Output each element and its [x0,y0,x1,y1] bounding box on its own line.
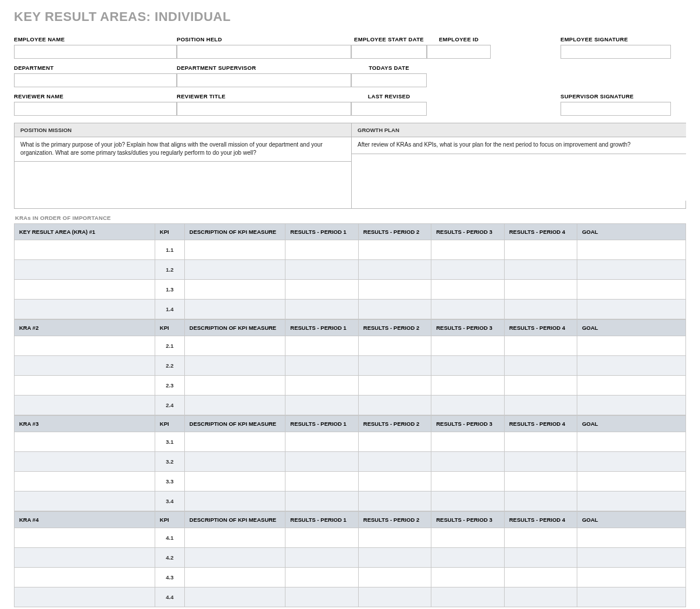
cell[interactable] [577,452,686,472]
cell[interactable] [504,452,577,472]
cell[interactable] [184,432,285,452]
cell[interactable] [15,432,155,452]
cell[interactable] [504,396,577,415]
cell[interactable] [577,568,686,587]
cell[interactable] [15,492,155,511]
cell[interactable] [15,240,155,260]
cell[interactable] [504,548,577,568]
input-position-held[interactable] [177,45,351,59]
cell[interactable] [358,492,431,511]
cell[interactable] [431,300,504,319]
input-employee-name[interactable] [14,45,177,59]
input-todays-date[interactable] [351,73,427,87]
cell[interactable] [431,568,504,587]
cell[interactable] [431,587,504,607]
cell[interactable] [504,376,577,396]
cell[interactable] [577,280,686,300]
cell[interactable] [15,356,155,376]
cell[interactable] [577,396,686,415]
cell[interactable] [577,472,686,492]
cell[interactable] [431,548,504,568]
cell[interactable] [15,452,155,472]
cell[interactable] [15,528,155,548]
cell[interactable] [285,396,358,415]
input-department[interactable] [14,73,177,87]
cell[interactable] [358,452,431,472]
cell[interactable] [184,452,285,472]
cell[interactable] [15,300,155,319]
cell[interactable] [285,548,358,568]
cell[interactable] [504,587,577,607]
cell[interactable] [285,452,358,472]
cell[interactable] [577,260,686,280]
cell[interactable] [184,396,285,415]
cell[interactable] [15,336,155,356]
cell[interactable] [577,548,686,568]
cell[interactable] [15,548,155,568]
cell[interactable] [358,587,431,607]
cell[interactable] [358,260,431,280]
input-employee-id[interactable] [427,45,491,59]
cell[interactable] [577,336,686,356]
cell[interactable] [15,396,155,415]
cell[interactable] [504,260,577,280]
cell[interactable] [431,376,504,396]
cell[interactable] [184,280,285,300]
cell[interactable] [358,280,431,300]
cell[interactable] [577,587,686,607]
cell[interactable] [184,300,285,319]
cell[interactable] [577,300,686,319]
cell[interactable] [15,472,155,492]
cell[interactable] [504,568,577,587]
cell[interactable] [504,492,577,511]
cell[interactable] [431,260,504,280]
cell[interactable] [184,260,285,280]
cell[interactable] [504,240,577,260]
cell[interactable] [285,240,358,260]
cell[interactable] [285,356,358,376]
cell[interactable] [285,472,358,492]
cell[interactable] [184,587,285,607]
cell[interactable] [431,396,504,415]
cell[interactable] [184,568,285,587]
cell[interactable] [184,472,285,492]
cell[interactable] [577,528,686,548]
cell[interactable] [358,356,431,376]
cell[interactable] [285,568,358,587]
cell[interactable] [431,492,504,511]
cell[interactable] [504,528,577,548]
input-reviewer-title[interactable] [177,102,351,116]
cell[interactable] [15,376,155,396]
cell[interactable] [431,240,504,260]
cell[interactable] [285,336,358,356]
cell[interactable] [431,452,504,472]
cell[interactable] [431,472,504,492]
cell[interactable] [358,432,431,452]
cell[interactable] [358,396,431,415]
cell[interactable] [504,432,577,452]
cell[interactable] [358,240,431,260]
cell[interactable] [504,280,577,300]
input-start-date[interactable] [351,45,427,59]
cell[interactable] [285,528,358,548]
input-supervisor-signature[interactable] [560,102,671,116]
cell[interactable] [15,260,155,280]
cell[interactable] [184,240,285,260]
cell[interactable] [577,356,686,376]
cell[interactable] [15,280,155,300]
cell[interactable] [358,528,431,548]
cell[interactable] [184,356,285,376]
cell[interactable] [184,376,285,396]
cell[interactable] [504,472,577,492]
input-department-supervisor[interactable] [177,73,351,87]
input-employee-signature[interactable] [560,45,671,59]
panel-body-growth[interactable] [352,154,686,201]
cell[interactable] [504,356,577,376]
cell[interactable] [184,336,285,356]
cell[interactable] [431,356,504,376]
cell[interactable] [285,376,358,396]
cell[interactable] [184,548,285,568]
cell[interactable] [504,336,577,356]
cell[interactable] [577,432,686,452]
cell[interactable] [358,472,431,492]
